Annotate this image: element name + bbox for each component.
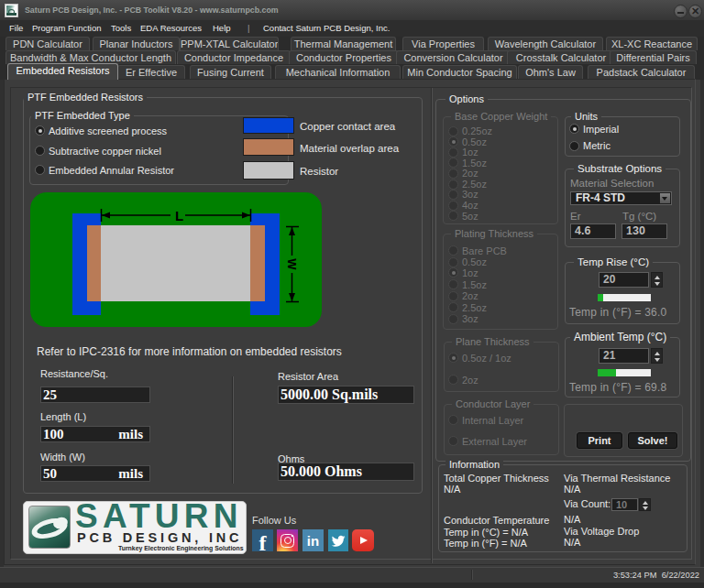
svg-text:L: L	[175, 208, 183, 223]
svg-text:W: W	[285, 258, 299, 270]
